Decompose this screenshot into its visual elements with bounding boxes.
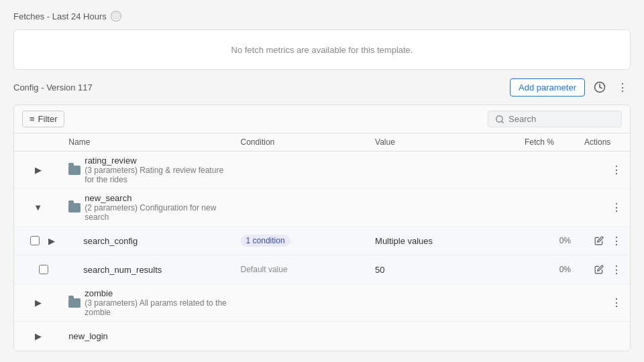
history-button[interactable] <box>590 78 609 97</box>
params-table: Name Condition Value Fetch % Actions ▶ <box>14 133 630 350</box>
table-row: ▼ new_search (2 parameters) Configuratio… <box>14 189 630 227</box>
fetch-percent: 0% <box>525 265 571 274</box>
condition-default: Default value <box>241 265 288 274</box>
row-checkbox[interactable] <box>39 265 48 274</box>
group-meta: (3 parameters) All params related to the… <box>85 298 227 317</box>
filter-bar: ≡ Filter <box>14 105 630 133</box>
edit-button[interactable] <box>591 261 607 278</box>
expand-icon-zombie[interactable]: ▶ <box>33 298 44 308</box>
search-box <box>488 111 622 127</box>
folder-icon <box>68 166 80 175</box>
group-name: new_search <box>85 193 227 203</box>
row-more-button[interactable]: ⋮ <box>608 261 625 278</box>
config-bar: Config - Version 117 Add parameter ⋮ <box>13 78 631 97</box>
filter-button[interactable]: ≡ Filter <box>22 111 64 127</box>
expand-icon-new-login[interactable]: ▶ <box>33 330 44 341</box>
config-actions: Add parameter ⋮ <box>510 78 631 97</box>
config-title: Config - Version 117 <box>13 82 93 93</box>
row-more-button[interactable]: ⋮ <box>608 295 625 311</box>
history-icon <box>594 81 606 93</box>
table-row: search_num_results Default value 50 <box>14 255 630 284</box>
th-expand <box>14 133 62 152</box>
params-table-container: ≡ Filter Name Condition Value Fetch % Ac <box>13 105 631 351</box>
table-row: ▶ zombie (3 parameters) All params relat… <box>14 284 630 322</box>
row-more-button[interactable]: ⋮ <box>608 200 625 216</box>
table-header-row: Name Condition Value Fetch % Actions <box>14 133 630 152</box>
table-row: ▶ rating_review (3 parameters) Rating & … <box>14 152 630 189</box>
fetches-title: Fetches - Last 24 Hours <box>13 11 107 21</box>
th-condition: Condition <box>234 133 369 152</box>
row-more-button[interactable]: ⋮ <box>608 162 625 178</box>
th-name: Name <box>62 133 233 152</box>
param-name: search_num_results <box>83 265 162 275</box>
config-more-button[interactable]: ⋮ <box>614 79 631 95</box>
table-row: ▶ search_config 1 condition <box>14 227 630 255</box>
group-meta: (2 parameters) Configuration for new sea… <box>85 203 227 222</box>
search-input[interactable] <box>508 114 614 124</box>
folder-icon <box>68 203 80 213</box>
th-actions: Actions <box>578 133 630 152</box>
folder-icon <box>68 298 80 308</box>
expand-icon-rating-review[interactable]: ▶ <box>33 165 44 176</box>
param-value: Multiple values <box>375 236 433 246</box>
svg-line-2 <box>502 121 504 123</box>
fetch-percent: 0% <box>525 236 571 245</box>
fetches-info-icon[interactable]: ⓘ <box>111 11 121 21</box>
edit-icon <box>594 265 604 274</box>
filter-icon: ≡ <box>30 114 35 124</box>
filter-label: Filter <box>38 114 58 124</box>
group-name: rating_review <box>85 156 227 166</box>
condition-badge: 1 condition <box>241 235 290 247</box>
group-name: new_login <box>68 331 108 341</box>
expand-icon-search-config[interactable]: ▶ <box>46 235 57 246</box>
row-checkbox[interactable] <box>30 236 40 245</box>
th-fetch: Fetch % <box>518 133 578 152</box>
add-parameter-button[interactable]: Add parameter <box>510 78 585 97</box>
search-icon <box>495 115 504 124</box>
group-name: zombie <box>85 288 227 298</box>
group-meta: (3 parameters) Rating & review feature f… <box>85 166 227 184</box>
param-value: 50 <box>375 265 384 275</box>
fetches-empty-box: No fetch metrics are available for this … <box>13 29 631 70</box>
table-row: ▶ new_login <box>14 322 630 351</box>
expand-icon-new-search[interactable]: ▼ <box>33 202 44 213</box>
edit-button[interactable] <box>591 233 607 249</box>
param-name: search_config <box>83 236 138 246</box>
fetches-header: Fetches - Last 24 Hours ⓘ <box>13 11 631 21</box>
edit-icon <box>594 236 604 245</box>
fetches-empty-message: No fetch metrics are available for this … <box>231 45 413 55</box>
row-more-button[interactable]: ⋮ <box>608 233 625 249</box>
th-value: Value <box>368 133 518 152</box>
